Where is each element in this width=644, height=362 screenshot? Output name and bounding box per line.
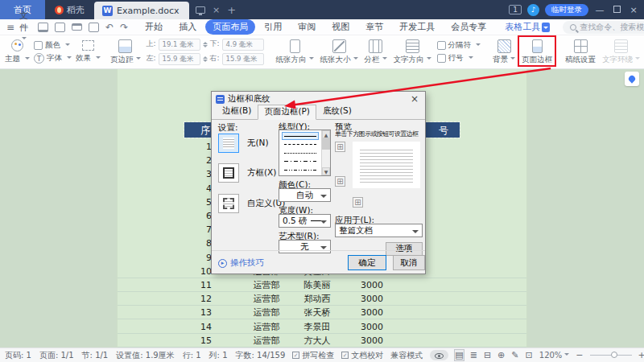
ribbon-tab[interactable]: 视图 <box>324 19 357 35</box>
columns-button[interactable]: 分栏 <box>361 37 390 67</box>
margin-left-input[interactable]: 15.9 毫米 <box>159 53 200 65</box>
ok-button[interactable]: 确定 <box>348 255 386 270</box>
web-view-icon[interactable]: ⊕ <box>497 350 505 360</box>
zoom-out-button[interactable]: − <box>576 350 583 360</box>
setting-custom-option[interactable]: 自定义(U) <box>218 194 285 213</box>
ink-icon[interactable]: ✎ <box>511 350 518 360</box>
paper-setup-button[interactable]: 稿纸设置 <box>562 37 599 67</box>
login-badge[interactable]: 临时登录 <box>545 4 588 16</box>
avatar[interactable]: ♪ <box>527 4 539 16</box>
zoom-in-button[interactable]: + <box>638 350 644 360</box>
text-wrap-button[interactable]: 文字环绕 <box>599 37 643 67</box>
ribbon-tab[interactable]: 审阅 <box>291 19 323 35</box>
dialog-tab-shading[interactable]: 底纹(S) <box>316 104 358 119</box>
table-row-number: 4 <box>196 182 212 195</box>
table-row[interactable]: 14运营部李景田3000 <box>118 320 526 334</box>
undo-button[interactable]: ↶ <box>105 22 114 33</box>
effect-button[interactable]: 效果 <box>76 53 101 64</box>
tips-link[interactable]: ▸操作技巧 <box>218 257 264 269</box>
margin-right-input[interactable]: 15.9 毫米 <box>222 53 264 65</box>
close-tab-icon[interactable]: × <box>213 5 220 15</box>
ribbon-tab[interactable]: 页面布局 <box>205 19 255 35</box>
redo-button[interactable]: ↷ <box>120 22 128 33</box>
proofread-button[interactable]: ✓文档校对 <box>341 350 383 361</box>
save-icon[interactable] <box>38 23 48 32</box>
color-select[interactable]: 自动 <box>279 188 331 202</box>
export-icon[interactable] <box>55 23 65 32</box>
ribbon-tab[interactable]: 会员专享 <box>444 19 493 35</box>
zoom-level[interactable]: 120% <box>539 351 570 360</box>
quick-locate-widget[interactable] <box>625 72 639 86</box>
line-style-option[interactable] <box>282 158 319 166</box>
setting-box-option[interactable]: 方框(X) <box>218 163 276 183</box>
print-icon[interactable] <box>72 23 82 31</box>
hamburger-icon[interactable]: ≡ <box>6 22 14 33</box>
document-tab-label: Example.docx <box>117 6 180 16</box>
paper-size-button[interactable]: 纸张大小 <box>317 37 361 67</box>
page-view-icon[interactable]: ▤ <box>455 350 463 360</box>
line-style-option[interactable] <box>282 149 319 157</box>
present-monitor-icon[interactable] <box>196 6 205 14</box>
line-style-listbox[interactable]: ▲ ▼ <box>279 130 331 176</box>
read-view-icon[interactable]: ⊟ <box>484 350 491 360</box>
close-button[interactable]: × <box>628 5 639 15</box>
table-row[interactable]: 15运营部方大人3000 <box>118 334 526 348</box>
tab-docer[interactable]: 稻壳 <box>45 0 94 19</box>
fit-page-icon[interactable]: ⊡ <box>526 350 533 360</box>
margin-bottom-input[interactable]: 4.9 毫米 <box>222 39 264 51</box>
spell-check-button[interactable]: ✓拼写检查 <box>292 350 334 361</box>
separator-button[interactable]: 分隔符 <box>437 40 481 51</box>
line-style-option[interactable] <box>282 132 319 140</box>
tab-document[interactable]: W Example.docx <box>94 2 189 19</box>
scroll-up-icon[interactable]: ▲ <box>322 130 330 138</box>
color-button[interactable]: 颜色 <box>34 40 72 51</box>
preview-thumbnail[interactable] <box>353 142 420 188</box>
scrollbar-thumb[interactable] <box>322 138 330 150</box>
line-style-option[interactable] <box>282 141 319 149</box>
window-count-badge[interactable]: 1 <box>509 5 522 14</box>
table-row[interactable]: 11运营部陈美丽3000 <box>118 278 526 292</box>
ribbon-tab[interactable]: 引用 <box>257 19 289 35</box>
border-bottom-button[interactable]: ⊞ <box>353 197 363 208</box>
line-style-scrollbar[interactable]: ▲ ▼ <box>321 130 330 175</box>
zoom-slider-knob[interactable] <box>611 352 617 358</box>
margin-top-input[interactable]: 19.1 毫米 <box>159 39 200 51</box>
tab-table-tools[interactable]: 表格工具 <box>505 21 550 33</box>
orientation-button[interactable]: 纸张方向 <box>273 37 317 67</box>
text-direction-button[interactable]: 文字方向 <box>390 37 435 67</box>
outline-view-icon[interactable]: ≣ <box>470 350 477 360</box>
border-top-button[interactable]: ⊞ <box>335 142 345 152</box>
setting-none-option[interactable]: 无(N) <box>218 134 269 153</box>
table-row[interactable]: 12运营部郑动西3000 <box>118 292 526 306</box>
theme-button[interactable]: 主题 <box>5 54 30 64</box>
table-tools-dropdown-icon[interactable] <box>542 23 550 32</box>
maximize-button[interactable] <box>611 5 622 15</box>
zoom-slider[interactable] <box>590 355 632 356</box>
cancel-button[interactable]: 取消 <box>393 255 425 270</box>
ribbon-tab[interactable]: 章节 <box>358 19 390 35</box>
eye-protection-button[interactable] <box>430 350 448 360</box>
table-row[interactable]: 13运营部张天桥3000 <box>118 306 526 319</box>
new-tab-button[interactable]: + <box>227 4 236 16</box>
margin-spinner-2[interactable] <box>203 53 208 65</box>
page-border-button[interactable]: 页面边框 <box>518 37 555 67</box>
print-preview-icon[interactable] <box>89 23 99 32</box>
dialog-close-icon[interactable]: × <box>408 93 421 105</box>
dialog-tab-borders[interactable]: 边框(B) <box>216 104 258 119</box>
ribbon-tab[interactable]: 开发工具 <box>392 19 442 35</box>
border-middle-button[interactable]: ⊞ <box>335 176 345 187</box>
apply-to-select[interactable]: 整篇文档 <box>335 224 423 237</box>
page-margins-button[interactable]: 页边距 <box>107 37 144 67</box>
font-button[interactable]: T字体 <box>34 53 72 64</box>
ribbon-tab[interactable]: 插入 <box>171 19 204 35</box>
width-select[interactable]: 0.5 磅 <box>279 214 331 228</box>
margin-spinner[interactable] <box>203 39 208 51</box>
command-search-box[interactable]: 查找命令、搜索模板 <box>563 21 644 34</box>
minimize-button[interactable]: — <box>594 5 605 15</box>
background-button[interactable]: 背景 <box>489 37 518 67</box>
ribbon-tab[interactable]: 开始 <box>138 19 170 35</box>
line-style-option[interactable] <box>282 166 319 174</box>
dialog-tab-page-border[interactable]: 页面边框(P) <box>258 105 316 120</box>
scroll-down-icon[interactable]: ▼ <box>322 167 330 175</box>
line-number-button[interactable]: 行号 <box>437 53 481 64</box>
